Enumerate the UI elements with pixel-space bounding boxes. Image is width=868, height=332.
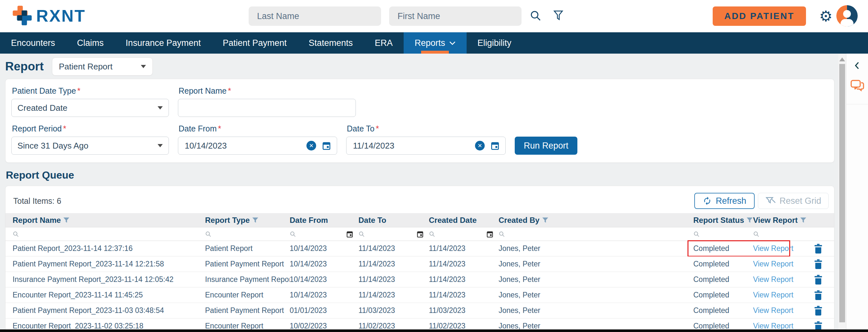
column-filter-icon[interactable] (542, 217, 548, 223)
col-date-to[interactable]: Date To (359, 216, 429, 225)
filter-created-date[interactable] (429, 231, 499, 238)
caret-down-icon (158, 144, 163, 147)
report-period-select[interactable]: Since 31 Days Ago (11, 137, 169, 155)
report-bar: Report Patient Report (5, 58, 838, 76)
cell-created-by: Jones, Peter (499, 291, 693, 299)
screen-bottom-edge (0, 329, 868, 332)
trash-icon[interactable] (814, 259, 834, 269)
date-from-input[interactable] (184, 141, 306, 151)
column-filter-icon[interactable] (800, 217, 806, 223)
nav-reports-active[interactable]: Reports (404, 32, 467, 54)
patient-date-type-select[interactable]: Created Date (11, 99, 169, 117)
refresh-button[interactable]: Refresh (694, 193, 755, 209)
filter-date-from[interactable] (290, 231, 359, 238)
rxnt-logo[interactable]: RXNT (11, 5, 86, 27)
report-type-select[interactable]: Patient Report (52, 58, 153, 76)
column-filter-icon[interactable] (747, 217, 753, 223)
content-area: Report Patient Report Patient Date Type*… (0, 54, 838, 329)
col-created-date[interactable]: Created Date (429, 216, 499, 225)
nav-claims[interactable]: Claims (66, 32, 115, 54)
view-report-link[interactable]: View Report (753, 291, 794, 299)
nav-patient-payment[interactable]: Patient Payment (212, 32, 298, 54)
nav-eligibility[interactable]: Eligibility (467, 32, 523, 54)
main-nav: Encounters Claims Insurance Payment Pati… (0, 32, 868, 54)
run-report-button[interactable]: Run Report (515, 137, 578, 155)
col-date-from[interactable]: Date From (290, 216, 359, 225)
vertical-scrollbar[interactable] (838, 54, 846, 329)
col-report-status[interactable]: Report Status (693, 216, 753, 225)
reset-grid-icon (765, 197, 776, 205)
nav-encounters[interactable]: Encounters (0, 32, 66, 54)
calendar-icon[interactable] (486, 231, 493, 238)
date-to-input[interactable] (352, 141, 475, 151)
view-report-link[interactable]: View Report (753, 260, 794, 268)
cell-created-date: 11/14/2023 (429, 291, 499, 299)
cell-created-by: Jones, Peter (499, 244, 693, 253)
avatar[interactable] (836, 5, 858, 27)
gear-icon[interactable]: ⚙ (819, 7, 833, 25)
col-created-by[interactable]: Created By (499, 216, 693, 225)
cell-date-from: 10/14/2023 (290, 291, 359, 299)
nav-era[interactable]: ERA (364, 32, 404, 54)
filter-created-by[interactable] (499, 231, 693, 237)
col-view-report[interactable]: View Report (753, 216, 811, 225)
trash-icon[interactable] (814, 275, 834, 284)
collapse-panel-icon[interactable] (853, 61, 862, 70)
cell-created-by: Jones, Peter (499, 322, 693, 330)
filter-icon[interactable] (553, 10, 564, 23)
cell-report-type: Encounter Report (205, 291, 290, 299)
nav-statements[interactable]: Statements (298, 32, 364, 54)
cell-date-from: 01/01/2023 (290, 306, 359, 315)
scrollbar-thumb[interactable] (839, 64, 845, 322)
calendar-icon[interactable] (416, 231, 424, 238)
search-icon[interactable] (530, 10, 542, 23)
calendar-icon[interactable] (322, 141, 331, 150)
last-name-input[interactable] (249, 6, 381, 26)
total-items: Total Items: 6 (13, 197, 61, 206)
caret-down-icon (158, 106, 163, 110)
filter-date-to[interactable] (359, 231, 429, 238)
refresh-icon (703, 197, 712, 205)
col-report-type[interactable]: Report Type (205, 216, 290, 225)
cell-report-name: Insurance Payment Report_2023-11-14 12:0… (5, 275, 205, 284)
column-filter-icon[interactable] (63, 217, 69, 223)
patient-date-type-label: Patient Date Type* (12, 86, 169, 96)
trash-icon[interactable] (814, 244, 834, 253)
view-report-link[interactable]: View Report (753, 306, 794, 314)
trash-icon[interactable] (814, 306, 834, 315)
date-to-wrap: ✕ (346, 137, 506, 155)
brand-name: RXNT (36, 6, 86, 26)
view-report-link[interactable]: View Report (753, 275, 794, 283)
nav-insurance-payment[interactable]: Insurance Payment (115, 32, 212, 54)
chat-icon[interactable] (850, 80, 864, 92)
filter-report-name[interactable] (5, 231, 205, 237)
filter-report-status[interactable] (693, 231, 753, 237)
table-row: Patient Payment Report_2023-11-14 12:21:… (5, 256, 834, 272)
report-name-input[interactable] (184, 103, 350, 113)
filter-view-report[interactable] (753, 231, 811, 237)
report-name-label: Report Name* (179, 86, 356, 96)
scroll-up-arrow-icon[interactable] (839, 58, 845, 61)
reset-grid-button[interactable]: Reset Grid (758, 193, 829, 209)
cell-date-to: 11/14/2023 (359, 275, 429, 284)
column-filter-icon[interactable] (252, 217, 258, 223)
status-badge: Completed (693, 244, 753, 253)
patient-date-type-value: Created Date (18, 103, 67, 113)
filter-report-type[interactable] (205, 231, 290, 237)
first-name-input[interactable] (389, 6, 522, 26)
add-patient-button[interactable]: ADD PATIENT (713, 6, 806, 26)
search-icon (12, 231, 19, 237)
view-report-link[interactable]: View Report (753, 322, 794, 330)
col-report-name[interactable]: Report Name (5, 216, 205, 225)
status-badge: Completed (693, 322, 753, 330)
calendar-icon[interactable] (491, 141, 500, 150)
clear-icon[interactable]: ✕ (475, 141, 485, 151)
table-row: Encounter Report_2023-11-14 11:45:25 Enc… (5, 288, 834, 303)
trash-icon[interactable] (814, 290, 834, 300)
calendar-icon[interactable] (346, 231, 353, 238)
cell-report-name: Encounter Report_2023-11-02 03:25:18 (5, 322, 205, 330)
cell-report-name: Patient Payment Report_2023-11-03 03:48:… (5, 306, 205, 315)
cell-date-from: 10/14/2023 (290, 260, 359, 268)
view-report-link[interactable]: View Report (753, 244, 794, 252)
clear-icon[interactable]: ✕ (306, 141, 316, 151)
